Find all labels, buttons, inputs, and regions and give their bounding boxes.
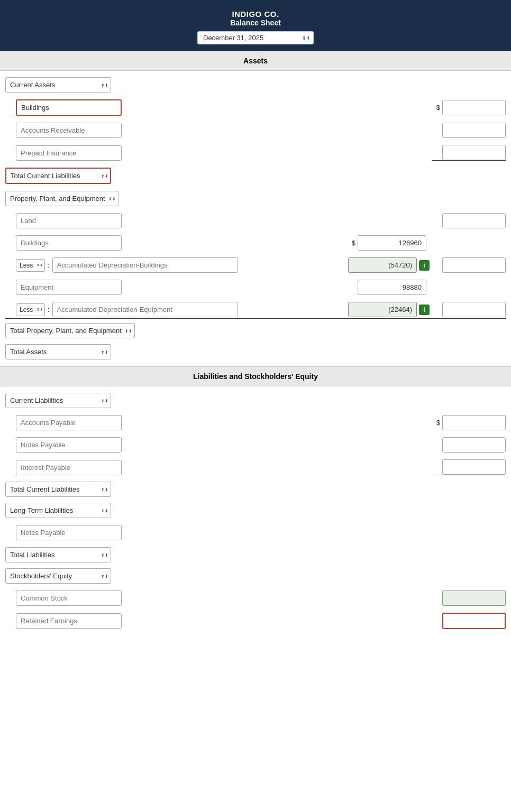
retained-earnings-row	[5, 610, 506, 636]
total-current-liabilities-select-wrap-2[interactable]: Total Current Liabilities	[5, 482, 111, 497]
long-term-liabilities-row: Long-Term Liabilities	[5, 501, 506, 522]
liabilities-content: Current Liabilities $	[0, 386, 511, 636]
common-stock-input[interactable]	[16, 590, 122, 606]
liabilities-section-header: Liabilities and Stockholders' Equity	[0, 366, 511, 386]
total-current-liabilities-row: Total Current Liabilities	[5, 478, 506, 501]
prepaid-insurance-value-input[interactable]	[442, 145, 506, 160]
accum-dep-equipment-row: Less : i	[5, 299, 506, 319]
accum-dep-equipment-input[interactable]	[52, 302, 238, 317]
accounts-receivable-input[interactable]	[16, 123, 122, 138]
total-current-liabilities-select-1[interactable]: Total Current Liabilities	[5, 168, 111, 184]
notes-payable-longterm-row	[5, 522, 506, 544]
report-header: INDIGO CO. Balance Sheet December 31, 20…	[0, 0, 511, 51]
prepaid-insurance-row	[5, 142, 506, 164]
less-select-wrap-1[interactable]: Less	[16, 259, 45, 272]
buildings-input[interactable]	[16, 99, 122, 116]
prepaid-insurance-input[interactable]	[16, 145, 122, 161]
total-ppe-select[interactable]: Total Property, Plant, and Equipment	[5, 323, 135, 338]
ppe-select[interactable]: Property, Plant, and Equipment	[5, 191, 118, 206]
equipment-row	[5, 276, 506, 299]
interest-payable-input[interactable]	[16, 460, 122, 475]
equipment-value-input[interactable]	[358, 280, 426, 295]
stockholders-equity-select-wrap[interactable]: Stockholders' Equity	[5, 568, 111, 584]
notes-payable-input[interactable]	[16, 437, 122, 453]
page: INDIGO CO. Balance Sheet December 31, 20…	[0, 0, 511, 812]
land-row	[5, 210, 506, 232]
assets-section-header: Assets	[0, 51, 511, 71]
ppe-row: Property, Plant, and Equipment	[5, 188, 506, 210]
dollar-sign-1: $	[436, 104, 440, 112]
land-input[interactable]	[16, 213, 122, 228]
notes-payable-longterm-input[interactable]	[16, 525, 122, 540]
total-liabilities-select-wrap[interactable]: Total Liabilities	[5, 547, 111, 562]
current-liabilities-row: Current Liabilities	[5, 386, 506, 412]
buildings-row: $	[5, 96, 506, 119]
accum-dep-buildings-value[interactable]	[348, 257, 417, 273]
current-assets-select[interactable]: Current Assets	[5, 77, 111, 93]
total-assets-select-wrap[interactable]: Total Assets	[5, 344, 111, 359]
total-assets-row: Total Assets	[5, 342, 506, 366]
common-stock-value[interactable]	[442, 590, 506, 606]
company-name: INDIGO CO.	[5, 10, 506, 19]
retained-earnings-value[interactable]	[442, 613, 506, 629]
current-assets-select-wrap[interactable]: Current Assets	[5, 77, 111, 93]
less-select-wrap-2[interactable]: Less	[16, 303, 45, 316]
date-select-wrap[interactable]: December 31, 2025	[197, 31, 314, 44]
notes-payable-row	[5, 434, 506, 456]
stockholders-equity-row: Stockholders' Equity	[5, 566, 506, 587]
buildings-value-input-1[interactable]	[442, 100, 506, 115]
equipment-input[interactable]	[16, 280, 122, 295]
total-liabilities-row: Total Liabilities	[5, 544, 506, 566]
total-liabilities-select[interactable]: Total Liabilities	[5, 547, 111, 562]
less-select-1[interactable]: Less	[16, 259, 45, 272]
dollar-sign-3: $	[436, 419, 440, 427]
accounts-payable-input[interactable]	[16, 415, 122, 430]
accounts-payable-value[interactable]	[442, 415, 506, 430]
total-current-liabilities-select-2[interactable]: Total Current Liabilities	[5, 482, 111, 497]
long-term-liabilities-select-wrap[interactable]: Long-Term Liabilities	[5, 503, 111, 518]
assets-content: Current Assets $	[0, 71, 511, 366]
interest-payable-value[interactable]	[442, 459, 506, 475]
dollar-sign-2: $	[352, 239, 355, 247]
long-term-liabilities-select[interactable]: Long-Term Liabilities	[5, 503, 111, 518]
accounts-payable-row: $	[5, 412, 506, 434]
date-select[interactable]: December 31, 2025	[197, 31, 314, 44]
accum-dep-buildings-row: Less : i	[5, 254, 506, 276]
total-ppe-select-wrap[interactable]: Total Property, Plant, and Equipment	[5, 323, 135, 338]
notes-payable-value[interactable]	[442, 437, 506, 453]
accum-dep-buildings-right-value[interactable]	[442, 257, 506, 273]
land-value-input[interactable]	[442, 213, 506, 228]
stockholders-equity-select[interactable]: Stockholders' Equity	[5, 568, 111, 584]
info-button-1[interactable]: i	[419, 260, 430, 271]
buildings2-value-input[interactable]	[358, 235, 426, 251]
accum-dep-buildings-input[interactable]	[52, 257, 238, 273]
info-button-2[interactable]: i	[419, 304, 430, 315]
current-assets-row: Current Assets	[5, 71, 506, 96]
current-liabilities-select-wrap[interactable]: Current Liabilities	[5, 393, 111, 408]
buildings2-row: $	[5, 232, 506, 254]
accounts-receivable-row	[5, 119, 506, 142]
ppe-select-wrap[interactable]: Property, Plant, and Equipment	[5, 191, 118, 206]
total-ppe-row: Total Property, Plant, and Equipment	[5, 319, 506, 342]
common-stock-row	[5, 587, 506, 610]
report-title: Balance Sheet	[5, 19, 506, 27]
accounts-receivable-value-input[interactable]	[442, 123, 506, 138]
buildings2-input[interactable]	[16, 235, 122, 251]
colon-1: :	[48, 261, 50, 269]
total-assets-select[interactable]: Total Assets	[5, 344, 111, 359]
retained-earnings-input[interactable]	[16, 613, 122, 629]
less-select-2[interactable]: Less	[16, 303, 45, 316]
interest-payable-row	[5, 456, 506, 478]
colon-2: :	[48, 306, 50, 313]
total-current-liabilities-select-wrap-1[interactable]: Total Current Liabilities	[5, 168, 111, 184]
accum-dep-equipment-value[interactable]	[348, 302, 417, 317]
current-liabilities-select[interactable]: Current Liabilities	[5, 393, 111, 408]
total-current-liabilities-assets-row: Total Current Liabilities	[5, 164, 506, 188]
accum-dep-equipment-right-value[interactable]	[442, 302, 506, 317]
